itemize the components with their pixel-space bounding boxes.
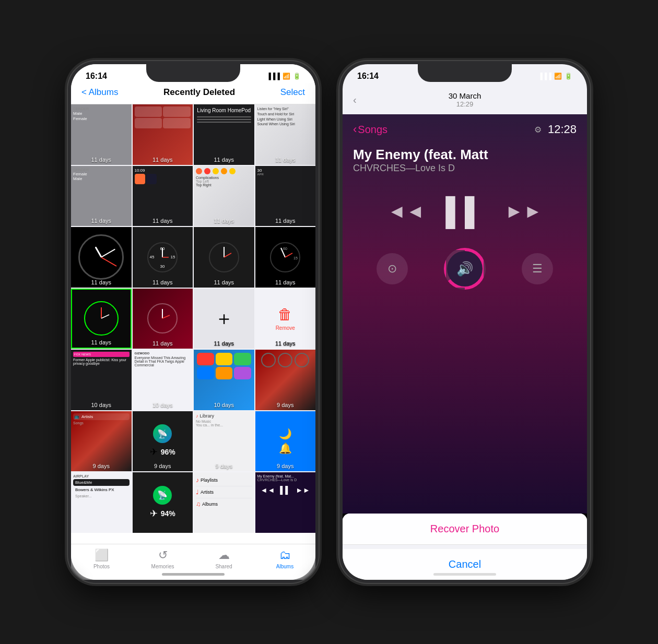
days-label: 9 days: [194, 463, 254, 469]
svg-line-17: [101, 315, 109, 318]
svg-line-20: [162, 315, 170, 318]
grid-cell[interactable]: 30 APR 11 days: [255, 166, 316, 226]
memories-icon: ↺: [158, 548, 168, 562]
grid-cell[interactable]: ♪ Library No Music You ca... in the... 9…: [194, 411, 254, 472]
days-label: 9 days: [255, 402, 316, 408]
grid-cell[interactable]: 60 15 11 days: [255, 227, 316, 288]
grid-cell[interactable]: 11 days: [194, 227, 254, 288]
status-icons-1: ▐▐▐ 📶 🔋: [266, 73, 301, 80]
player-settings-icon[interactable]: ⚙: [534, 125, 542, 135]
days-label: 9 days: [133, 463, 193, 469]
grid-cell[interactable]: GENDER MaleFemale 11 days: [71, 104, 132, 165]
albums-icon: 🗂: [279, 548, 291, 562]
albums-back-button[interactable]: < Albums: [81, 87, 118, 98]
days-label: 11 days: [255, 157, 316, 163]
days-label: 11 days: [194, 157, 254, 163]
photo-grid: GENDER MaleFemale 11 days: [71, 104, 315, 533]
volume-control[interactable]: 🔊: [444, 248, 486, 290]
prev-button[interactable]: ◄◄: [387, 200, 425, 222]
grid-cell[interactable]: 60 15 30 45 11 days: [133, 227, 193, 288]
pause-button[interactable]: ▌▌: [445, 196, 484, 227]
days-label: 11 days: [194, 340, 254, 347]
player-nav: ‹ Songs ⚙ 12:28: [343, 114, 587, 140]
shared-icon: ☁: [218, 548, 230, 562]
page-title-1: Recently Deleted: [163, 87, 235, 98]
player-controls: ◄◄ ▌▌ ►►: [343, 180, 587, 243]
song-title: My Enemy (feat. Matt: [353, 147, 577, 163]
days-label: 11 days: [71, 218, 132, 224]
battery-icon-2: 🔋: [565, 73, 572, 80]
phone-1-screen: 16:14 ▐▐▐ 📶 🔋 < Albums Recently Deleted …: [71, 64, 315, 580]
grid-cell[interactable]: 🌙 🔔 9 days: [255, 411, 316, 472]
tab-albums[interactable]: 🗂 Albums: [254, 548, 315, 569]
days-label: 10 days: [194, 402, 254, 408]
grid-cell[interactable]: 9 days: [255, 350, 316, 410]
grid-cell[interactable]: 11 days: [71, 289, 132, 349]
grid-cell[interactable]: 11 days: [133, 104, 193, 165]
days-label: 9 days: [255, 463, 316, 469]
photos-icon: ⬜: [95, 548, 109, 562]
grid-cell[interactable]: GENDER FemaleMale 11 days: [71, 166, 132, 226]
grid-cell[interactable]: 🗑 Remove 11 days: [255, 289, 316, 349]
tab-shared[interactable]: ☁ Shared: [193, 548, 254, 569]
next-button[interactable]: ►►: [505, 200, 542, 222]
select-button[interactable]: Select: [280, 87, 305, 98]
days-label: 11 days: [71, 157, 132, 163]
days-label: 11 days: [71, 279, 132, 285]
svg-text:60: 60: [283, 247, 287, 251]
photo-scroll[interactable]: GENDER MaleFemale 11 days: [71, 104, 315, 544]
days-label: 11 days: [133, 279, 193, 285]
svg-text:15: 15: [293, 256, 298, 260]
phones-container: 16:14 ▐▐▐ 📶 🔋 < Albums Recently Deleted …: [68, 61, 590, 583]
music-date: 30 March 12:29: [449, 91, 481, 108]
notch-1: [146, 64, 240, 82]
grid-cell[interactable]: 📡 ✈ 96% 9 days: [133, 411, 193, 472]
signal-icon: ▐▐▐: [266, 73, 280, 80]
tab-photos-label: Photos: [93, 564, 110, 569]
grid-cell[interactable]: GIZMODO Everyone Missed This Amazing Det…: [133, 350, 193, 410]
airplay-button[interactable]: ⊙: [377, 253, 408, 284]
grid-cell[interactable]: 11 days: [71, 227, 132, 288]
wifi-icon-2: 📶: [554, 73, 562, 80]
date-label: 30 March: [449, 91, 481, 100]
grid-cell[interactable]: 11 days: [133, 289, 193, 349]
player-time: 12:28: [548, 123, 577, 136]
songs-label: Songs: [358, 124, 387, 136]
grid-cell[interactable]: AIRPLAY Blue&Me Bowers & Wilkins PX Spea…: [71, 472, 132, 533]
grid-cell[interactable]: ＋ 11 days: [194, 289, 254, 349]
songs-back-button[interactable]: ‹: [353, 123, 357, 136]
music-back-button[interactable]: ‹: [353, 94, 357, 106]
wifi-icon: 📶: [283, 73, 290, 80]
tab-memories[interactable]: ↺ Memories: [132, 548, 193, 569]
tab-memories-label: Memories: [151, 564, 174, 569]
grid-cell[interactable]: Complications Top Left Top Right 11 days: [194, 166, 254, 226]
grid-cell[interactable]: FOX NEWS Former Apple publicist: Kiss yo…: [71, 350, 132, 410]
grid-cell[interactable]: 10:09 11 days: [133, 166, 193, 226]
phone-2: 16:14 ▐▐▐ 📶 🔋 ‹ 30 March 12:29: [339, 61, 590, 583]
grid-cell[interactable]: Living Room HomePod 11 days: [194, 104, 254, 165]
days-label: 11 days: [255, 340, 316, 347]
days-label: 11 days: [72, 339, 131, 345]
grid-cell[interactable]: ♪ Playlists ♩ Artists ♫: [194, 472, 254, 533]
date-time: 12:29: [449, 100, 481, 108]
svg-text:45: 45: [150, 255, 155, 259]
trash-icon: 🗑: [278, 306, 292, 323]
song-album: CHVRCHES—Love Is D: [353, 163, 577, 174]
home-indicator-1: [162, 573, 225, 576]
queue-button[interactable]: ☰: [522, 253, 553, 284]
action-sheet: Recover Photo Cancel: [343, 514, 587, 580]
battery-icon: 🔋: [293, 73, 301, 80]
days-label: 10 days: [133, 402, 193, 408]
status-time-2: 16:14: [357, 71, 379, 81]
days-label: 11 days: [133, 218, 193, 224]
tab-photos[interactable]: ⬜ Photos: [71, 548, 132, 569]
svg-line-9: [224, 253, 231, 257]
grid-cell[interactable]: 📺Artists Songs 9 days: [71, 411, 132, 472]
volume-icon: 🔊: [456, 261, 473, 277]
grid-cell[interactable]: 📡 ✈ 94%: [133, 472, 193, 533]
recover-photo-button[interactable]: Recover Photo: [343, 514, 587, 545]
status-time-1: 16:14: [86, 71, 107, 81]
grid-cell[interactable]: My Enemy (feat. Mat... CHVRCHES—Love Is …: [255, 472, 316, 533]
grid-cell[interactable]: Listen for "Hey Siri" Touch and Hold for…: [255, 104, 316, 165]
grid-cell[interactable]: 10 days: [194, 350, 254, 410]
